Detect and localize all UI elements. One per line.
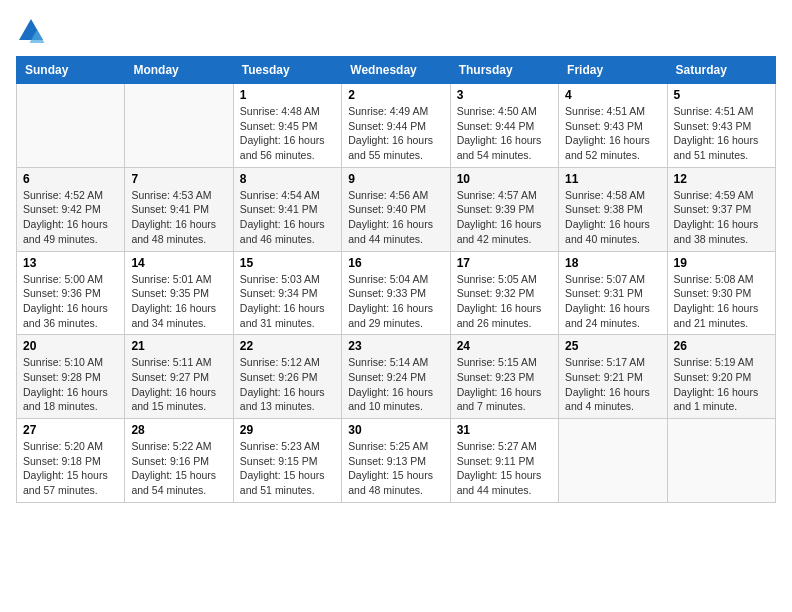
day-number: 14 <box>131 256 226 270</box>
day-number: 30 <box>348 423 443 437</box>
day-cell: 18Sunrise: 5:07 AM Sunset: 9:31 PM Dayli… <box>559 251 667 335</box>
day-cell: 30Sunrise: 5:25 AM Sunset: 9:13 PM Dayli… <box>342 419 450 503</box>
week-row-1: 1Sunrise: 4:48 AM Sunset: 9:45 PM Daylig… <box>17 84 776 168</box>
day-cell: 5Sunrise: 4:51 AM Sunset: 9:43 PM Daylig… <box>667 84 775 168</box>
day-info: Sunrise: 4:56 AM Sunset: 9:40 PM Dayligh… <box>348 188 443 247</box>
day-cell: 9Sunrise: 4:56 AM Sunset: 9:40 PM Daylig… <box>342 167 450 251</box>
col-header-thursday: Thursday <box>450 57 558 84</box>
day-number: 27 <box>23 423 118 437</box>
day-number: 9 <box>348 172 443 186</box>
day-cell: 3Sunrise: 4:50 AM Sunset: 9:44 PM Daylig… <box>450 84 558 168</box>
day-number: 18 <box>565 256 660 270</box>
calendar-body: 1Sunrise: 4:48 AM Sunset: 9:45 PM Daylig… <box>17 84 776 503</box>
day-number: 1 <box>240 88 335 102</box>
day-info: Sunrise: 4:53 AM Sunset: 9:41 PM Dayligh… <box>131 188 226 247</box>
day-info: Sunrise: 5:23 AM Sunset: 9:15 PM Dayligh… <box>240 439 335 498</box>
day-cell: 12Sunrise: 4:59 AM Sunset: 9:37 PM Dayli… <box>667 167 775 251</box>
day-info: Sunrise: 4:48 AM Sunset: 9:45 PM Dayligh… <box>240 104 335 163</box>
col-header-wednesday: Wednesday <box>342 57 450 84</box>
day-cell: 31Sunrise: 5:27 AM Sunset: 9:11 PM Dayli… <box>450 419 558 503</box>
day-cell: 10Sunrise: 4:57 AM Sunset: 9:39 PM Dayli… <box>450 167 558 251</box>
day-cell <box>125 84 233 168</box>
day-cell: 15Sunrise: 5:03 AM Sunset: 9:34 PM Dayli… <box>233 251 341 335</box>
day-cell <box>667 419 775 503</box>
day-cell: 29Sunrise: 5:23 AM Sunset: 9:15 PM Dayli… <box>233 419 341 503</box>
col-header-sunday: Sunday <box>17 57 125 84</box>
day-cell: 19Sunrise: 5:08 AM Sunset: 9:30 PM Dayli… <box>667 251 775 335</box>
day-number: 16 <box>348 256 443 270</box>
day-info: Sunrise: 5:14 AM Sunset: 9:24 PM Dayligh… <box>348 355 443 414</box>
day-number: 24 <box>457 339 552 353</box>
day-cell <box>559 419 667 503</box>
logo-icon <box>16 16 46 46</box>
day-number: 21 <box>131 339 226 353</box>
day-number: 8 <box>240 172 335 186</box>
day-number: 28 <box>131 423 226 437</box>
day-info: Sunrise: 5:03 AM Sunset: 9:34 PM Dayligh… <box>240 272 335 331</box>
day-number: 23 <box>348 339 443 353</box>
day-info: Sunrise: 4:51 AM Sunset: 9:43 PM Dayligh… <box>674 104 769 163</box>
day-info: Sunrise: 5:07 AM Sunset: 9:31 PM Dayligh… <box>565 272 660 331</box>
day-number: 29 <box>240 423 335 437</box>
day-info: Sunrise: 5:10 AM Sunset: 9:28 PM Dayligh… <box>23 355 118 414</box>
day-cell: 25Sunrise: 5:17 AM Sunset: 9:21 PM Dayli… <box>559 335 667 419</box>
day-cell: 6Sunrise: 4:52 AM Sunset: 9:42 PM Daylig… <box>17 167 125 251</box>
day-number: 19 <box>674 256 769 270</box>
day-info: Sunrise: 4:51 AM Sunset: 9:43 PM Dayligh… <box>565 104 660 163</box>
day-info: Sunrise: 4:50 AM Sunset: 9:44 PM Dayligh… <box>457 104 552 163</box>
day-cell: 21Sunrise: 5:11 AM Sunset: 9:27 PM Dayli… <box>125 335 233 419</box>
day-cell: 20Sunrise: 5:10 AM Sunset: 9:28 PM Dayli… <box>17 335 125 419</box>
day-info: Sunrise: 5:22 AM Sunset: 9:16 PM Dayligh… <box>131 439 226 498</box>
day-number: 7 <box>131 172 226 186</box>
day-info: Sunrise: 4:54 AM Sunset: 9:41 PM Dayligh… <box>240 188 335 247</box>
day-info: Sunrise: 4:58 AM Sunset: 9:38 PM Dayligh… <box>565 188 660 247</box>
day-number: 2 <box>348 88 443 102</box>
day-info: Sunrise: 5:25 AM Sunset: 9:13 PM Dayligh… <box>348 439 443 498</box>
col-header-friday: Friday <box>559 57 667 84</box>
col-header-saturday: Saturday <box>667 57 775 84</box>
day-number: 10 <box>457 172 552 186</box>
page-header <box>16 16 776 46</box>
day-cell: 26Sunrise: 5:19 AM Sunset: 9:20 PM Dayli… <box>667 335 775 419</box>
day-cell: 23Sunrise: 5:14 AM Sunset: 9:24 PM Dayli… <box>342 335 450 419</box>
day-cell: 22Sunrise: 5:12 AM Sunset: 9:26 PM Dayli… <box>233 335 341 419</box>
day-info: Sunrise: 5:19 AM Sunset: 9:20 PM Dayligh… <box>674 355 769 414</box>
day-cell: 7Sunrise: 4:53 AM Sunset: 9:41 PM Daylig… <box>125 167 233 251</box>
day-info: Sunrise: 5:00 AM Sunset: 9:36 PM Dayligh… <box>23 272 118 331</box>
day-cell <box>17 84 125 168</box>
day-info: Sunrise: 4:52 AM Sunset: 9:42 PM Dayligh… <box>23 188 118 247</box>
calendar-header: SundayMondayTuesdayWednesdayThursdayFrid… <box>17 57 776 84</box>
day-cell: 4Sunrise: 4:51 AM Sunset: 9:43 PM Daylig… <box>559 84 667 168</box>
day-cell: 17Sunrise: 5:05 AM Sunset: 9:32 PM Dayli… <box>450 251 558 335</box>
col-header-monday: Monday <box>125 57 233 84</box>
day-number: 22 <box>240 339 335 353</box>
week-row-2: 6Sunrise: 4:52 AM Sunset: 9:42 PM Daylig… <box>17 167 776 251</box>
day-number: 26 <box>674 339 769 353</box>
day-info: Sunrise: 4:49 AM Sunset: 9:44 PM Dayligh… <box>348 104 443 163</box>
day-number: 17 <box>457 256 552 270</box>
day-number: 25 <box>565 339 660 353</box>
day-info: Sunrise: 5:20 AM Sunset: 9:18 PM Dayligh… <box>23 439 118 498</box>
day-number: 20 <box>23 339 118 353</box>
day-number: 4 <box>565 88 660 102</box>
calendar-table: SundayMondayTuesdayWednesdayThursdayFrid… <box>16 56 776 503</box>
day-info: Sunrise: 5:11 AM Sunset: 9:27 PM Dayligh… <box>131 355 226 414</box>
day-info: Sunrise: 5:12 AM Sunset: 9:26 PM Dayligh… <box>240 355 335 414</box>
day-cell: 13Sunrise: 5:00 AM Sunset: 9:36 PM Dayli… <box>17 251 125 335</box>
day-cell: 1Sunrise: 4:48 AM Sunset: 9:45 PM Daylig… <box>233 84 341 168</box>
day-info: Sunrise: 5:27 AM Sunset: 9:11 PM Dayligh… <box>457 439 552 498</box>
day-info: Sunrise: 5:08 AM Sunset: 9:30 PM Dayligh… <box>674 272 769 331</box>
day-cell: 27Sunrise: 5:20 AM Sunset: 9:18 PM Dayli… <box>17 419 125 503</box>
day-cell: 28Sunrise: 5:22 AM Sunset: 9:16 PM Dayli… <box>125 419 233 503</box>
day-number: 12 <box>674 172 769 186</box>
day-info: Sunrise: 4:59 AM Sunset: 9:37 PM Dayligh… <box>674 188 769 247</box>
day-cell: 24Sunrise: 5:15 AM Sunset: 9:23 PM Dayli… <box>450 335 558 419</box>
day-number: 3 <box>457 88 552 102</box>
week-row-4: 20Sunrise: 5:10 AM Sunset: 9:28 PM Dayli… <box>17 335 776 419</box>
day-number: 5 <box>674 88 769 102</box>
day-cell: 8Sunrise: 4:54 AM Sunset: 9:41 PM Daylig… <box>233 167 341 251</box>
week-row-3: 13Sunrise: 5:00 AM Sunset: 9:36 PM Dayli… <box>17 251 776 335</box>
day-info: Sunrise: 5:17 AM Sunset: 9:21 PM Dayligh… <box>565 355 660 414</box>
day-cell: 16Sunrise: 5:04 AM Sunset: 9:33 PM Dayli… <box>342 251 450 335</box>
col-header-tuesday: Tuesday <box>233 57 341 84</box>
